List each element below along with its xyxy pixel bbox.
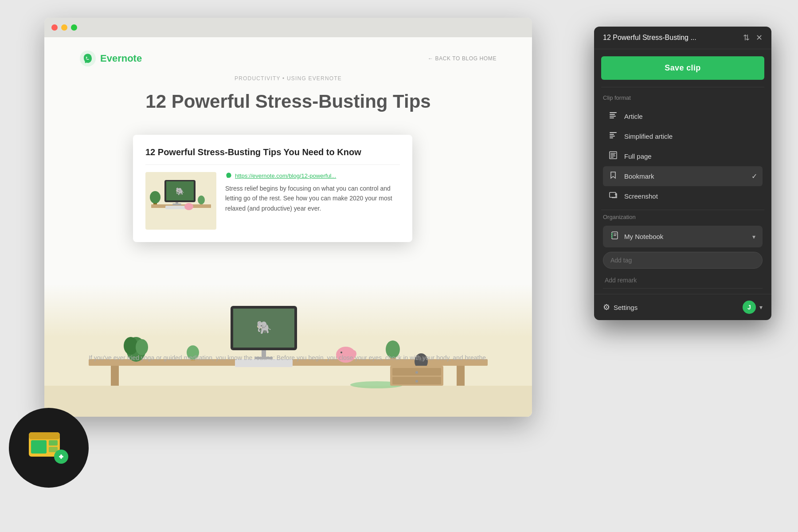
notebook-name: My Notebook [624,233,747,240]
blog-title: 12 Powerful Stress-Busting Tips [80,90,497,113]
clipper-title: 12 Powerful Stress-Busting ... [603,34,743,42]
tag-input[interactable] [603,252,763,269]
article-icon [608,111,618,122]
svg-rect-52 [610,152,617,159]
extension-icon [9,408,89,488]
evernote-url-icon [225,172,232,179]
svg-point-69 [32,434,35,437]
clip-format-section: Clip format Article [594,87,771,210]
clipper-footer: ⚙ Settings J ▾ [594,294,771,320]
logo-text: Evernote [100,53,142,64]
svg-text:🐘: 🐘 [176,187,184,196]
svg-rect-34 [172,203,181,205]
preview-card-image: 🐘 [145,172,216,230]
svg-rect-53 [610,153,616,154]
traffic-light-red[interactable] [51,24,58,31]
browser-content: Evernote ← BACK TO BLOG HOME PRODUCTIVIT… [44,37,532,417]
desk-illustration: 🐘 [44,284,532,417]
clip-format-label: Clip format [603,94,763,101]
format-option-simplified-article[interactable]: Simplified article [603,126,763,146]
close-button[interactable]: ✕ [756,34,763,42]
evernote-page: Evernote ← BACK TO BLOG HOME PRODUCTIVIT… [44,37,532,113]
svg-text:🐘: 🐘 [256,320,272,335]
screenshot-icon [608,191,618,202]
clipper-panel: 12 Powerful Stress-Busting ... ⇅ ✕ Save … [594,27,771,320]
user-chevron-icon[interactable]: ▾ [759,304,763,311]
format-option-screenshot[interactable]: Screenshot [603,186,763,206]
svg-rect-59 [611,233,613,234]
full-page-label: Full page [624,153,757,160]
svg-rect-2 [44,386,532,417]
svg-rect-61 [611,237,613,238]
evernote-logo: Evernote [80,51,142,66]
notebook-chevron-icon: ▾ [752,233,755,240]
extension-badge [27,430,71,466]
svg-rect-5 [457,366,465,386]
screenshot-label: Screenshot [624,192,757,200]
svg-rect-67 [49,440,58,446]
svg-point-40 [150,191,160,203]
format-option-full-page[interactable]: Full page [603,146,763,166]
illustration-area: 🐘 [44,284,532,417]
remark-input[interactable] [603,272,763,289]
svg-point-30 [415,380,418,383]
organization-section: Organization My Notebook ▾ [594,210,771,294]
simplified-article-icon [608,131,618,142]
preview-card-url: https://evernote.com/blog/12-powerful... [225,172,400,179]
bookmark-label: Bookmark [624,172,745,180]
format-option-article[interactable]: Article [603,106,763,126]
svg-rect-44 [610,112,617,113]
svg-rect-45 [610,114,615,115]
traffic-light-green[interactable] [71,24,77,31]
svg-rect-50 [610,136,615,137]
svg-point-1 [86,57,87,58]
body-text: If you've ever tried yoga or guided medi… [80,353,497,364]
svg-rect-4 [111,366,119,386]
svg-rect-56 [610,157,614,158]
browser-window: Evernote ← BACK TO BLOG HOME PRODUCTIVIT… [44,18,532,417]
svg-point-70 [37,434,39,437]
expand-button[interactable]: ⇅ [743,34,750,42]
browser-titlebar [44,18,532,37]
settings-gear-icon: ⚙ [603,302,610,312]
svg-rect-63 [614,235,616,236]
user-avatar[interactable]: J [743,301,756,314]
simplified-article-label: Simplified article [624,133,757,140]
evernote-logo-icon [80,51,96,66]
save-clip-button[interactable]: Save clip [601,56,764,80]
svg-rect-57 [610,192,616,197]
notebook-selector[interactable]: My Notebook ▾ [603,226,763,247]
preview-card-description: Stress relief begins by focusing on what… [225,184,400,213]
svg-rect-51 [610,137,613,138]
clipper-header: 12 Powerful Stress-Busting ... ⇅ ✕ [594,27,771,49]
svg-rect-46 [610,116,616,117]
svg-rect-68 [49,447,58,452]
svg-rect-74 [60,454,62,459]
bookmark-icon [608,171,618,182]
back-link[interactable]: ← BACK TO BLOG HOME [428,55,497,62]
settings-label: Settings [614,304,638,311]
format-option-bookmark[interactable]: Bookmark ✓ [603,166,763,186]
footer-right: J ▾ [743,301,763,314]
preview-url-text[interactable]: https://evernote.com/blog/12-powerful... [235,172,336,179]
full-page-icon [608,151,618,162]
clipper-header-icons: ⇅ ✕ [743,34,763,42]
svg-rect-60 [611,235,613,236]
traffic-light-yellow[interactable] [61,24,67,31]
preview-card-content: https://evernote.com/blog/12-powerful...… [225,172,400,230]
svg-point-43 [184,203,193,210]
preview-card-title: 12 Powerful Stress-Busting Tips You Need… [145,147,400,165]
svg-rect-48 [610,132,617,133]
svg-point-42 [198,196,205,204]
notebook-icon [610,231,619,242]
preview-card-body: 🐘 https://evernote.com/blog/ [145,172,400,230]
svg-rect-47 [610,117,614,118]
settings-button[interactable]: ⚙ Settings [603,302,638,312]
evernote-nav: Evernote ← BACK TO BLOG HOME [80,51,497,75]
preview-card: 12 Powerful Stress-Busting Tips You Need… [133,135,412,242]
svg-rect-55 [610,156,615,156]
svg-point-29 [415,371,418,374]
svg-rect-62 [614,234,617,235]
svg-rect-54 [610,154,615,155]
svg-point-71 [41,434,44,437]
